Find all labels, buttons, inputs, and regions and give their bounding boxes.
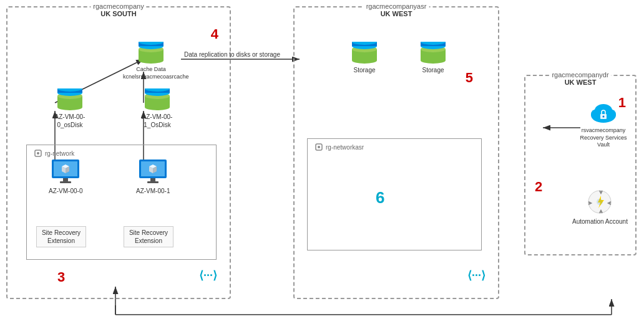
step-4: 4 (211, 26, 218, 42)
vm1-label: AZ-VM-00-1 (136, 187, 170, 195)
network-icon (33, 148, 43, 158)
svg-point-34 (37, 152, 39, 155)
step-2: 2 (535, 179, 542, 195)
svg-rect-48 (147, 181, 159, 183)
network-box-asr: rg-networkasr (307, 138, 482, 250)
recovery-ext-box-2: Site RecoveryExtension (124, 226, 173, 247)
storage2-icon-wrap: Storage (419, 42, 447, 74)
svg-rect-40 (63, 178, 68, 181)
recovery-ext-box-1: Site RecoveryExtension (36, 226, 86, 247)
automation-icon-wrap: Automation Account (572, 188, 628, 226)
disk1-icon-wrap: AZ-VM-00-1_OsDisk (129, 88, 185, 129)
uk-south-region: rgacmecompany UK SOUTH 4 3 Cache Data kc… (6, 6, 231, 299)
disk1-svg (144, 88, 171, 111)
uk-west-dr-region: rgacmecompanydr UK WEST 1 2 rsvacmecompa… (524, 75, 637, 255)
vm0-icon-wrap: AZ-VM-00-0 (49, 158, 82, 195)
disk0-label: AZ-VM-00-0_osDisk (42, 113, 98, 129)
asr-region-sublabel: UK WEST (366, 10, 427, 17)
vault-label: rsvacmecompany Recovery Services Vault (575, 127, 632, 149)
uk-west-asr-region: rgacmecompanyasr UK WEST 5 6 Storage (293, 6, 499, 299)
svg-rect-47 (150, 178, 155, 181)
automation-svg (586, 188, 613, 216)
network-label-south: rg-network (33, 148, 74, 158)
asr-ellipsis[interactable]: ⟨···⟩ (467, 269, 485, 282)
network-box-south: rg-network AZ-VM-00-0 (26, 145, 217, 260)
svg-rect-41 (60, 181, 71, 183)
network-asr-text: rg-networkasr (326, 144, 364, 151)
storage1-icon-wrap: Storage (351, 42, 378, 74)
storage2-label: Storage (422, 66, 444, 74)
network-asr-label: rg-networkasr (314, 142, 364, 152)
dr-region-sublabel: UK WEST (552, 79, 608, 86)
disk0-svg (56, 88, 84, 111)
cache-disk-icon-wrap: Cache Data kcnelsrsvacmecoasrcache (123, 42, 179, 80)
vm0-label: AZ-VM-00-0 (49, 187, 82, 195)
south-ellipsis[interactable]: ⟨···⟩ (199, 269, 217, 282)
uk-south-label: rgacmecompany (93, 2, 144, 10)
vm0-svg (50, 158, 81, 185)
svg-point-68 (603, 116, 605, 118)
re-label-1: Site RecoveryExtension (42, 229, 80, 244)
asr-region-label: rgacmecompanyasr (366, 2, 427, 10)
storage1-label: Storage (353, 66, 375, 74)
svg-point-62 (318, 146, 320, 148)
re-label-2: Site RecoveryExtension (129, 229, 168, 244)
cache-disk-label: Cache Data kcnelsrsvacmecoasrcache (123, 66, 179, 80)
step-5: 5 (466, 70, 473, 86)
svg-point-71 (597, 199, 603, 205)
uk-south-sublabel: UK SOUTH (93, 10, 144, 17)
vault-icon-wrap: rsvacmecompany Recovery Services Vault (575, 98, 632, 149)
automation-label: Automation Account (572, 217, 628, 226)
step-3: 3 (57, 269, 65, 285)
vm1-icon-wrap: AZ-VM-00-1 (136, 158, 170, 195)
network-asr-icon (314, 142, 324, 152)
asr-ellipsis-icon: ⟨···⟩ (467, 269, 485, 282)
vault-svg (588, 98, 618, 125)
storage1-svg (351, 42, 378, 64)
storage2-svg (419, 42, 447, 64)
disk1-label: AZ-VM-00-1_OsDisk (129, 113, 185, 129)
data-replication-label: Data replication to disks or storage (184, 51, 280, 58)
ellipsis-icon: ⟨···⟩ (199, 269, 217, 282)
cache-disk-svg (137, 42, 165, 64)
dr-region-label: rgacmecompanydr (552, 71, 608, 79)
network-label-text: rg-network (45, 150, 74, 157)
disk0-icon-wrap: AZ-VM-00-0_osDisk (42, 88, 98, 129)
vm1-svg (137, 158, 168, 185)
diagram-container: rgacmecompany UK SOUTH 4 3 Cache Data kc… (0, 0, 644, 324)
